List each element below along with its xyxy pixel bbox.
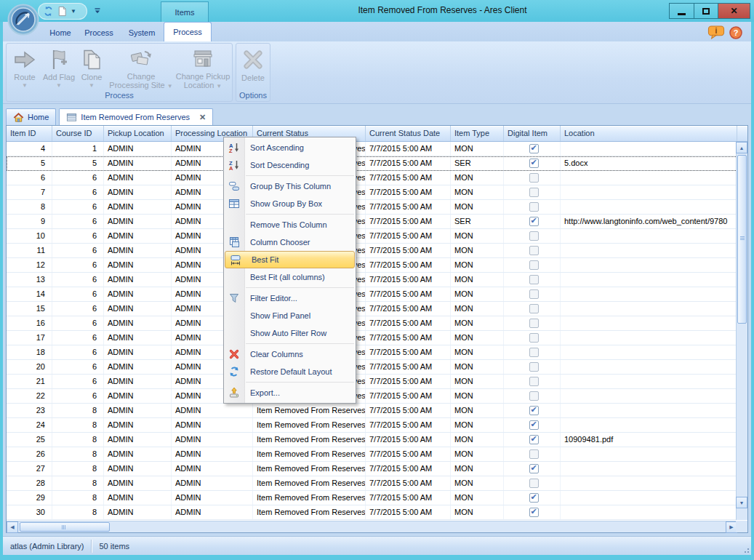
table-row-item-30[interactable]: 308ADMINADMINItem Removed From Reserves7… bbox=[7, 505, 737, 520]
table-row-item-20[interactable]: 206ADMINADMINItem Removed From Reserves7… bbox=[7, 360, 737, 375]
menu-item-best-fit-all-columns[interactable]: Best Fit (all columns) bbox=[224, 268, 356, 286]
column-header-current-status-date[interactable]: Current Status Date bbox=[366, 126, 451, 141]
menu-item-clear-columns[interactable]: Clear Columns bbox=[224, 345, 356, 363]
table-row-item-25[interactable]: 258ADMINADMINItem Removed From Reserves7… bbox=[7, 433, 737, 447]
table-row-item-26[interactable]: 268ADMINADMINItem Removed From Reserves7… bbox=[7, 447, 737, 462]
menu-item-sort-descending[interactable]: ZASort Descending bbox=[224, 156, 356, 174]
table-row-item-10[interactable]: 106ADMINADMINItem Removed From Reserves7… bbox=[7, 229, 737, 244]
new-item-icon[interactable] bbox=[57, 6, 68, 17]
table-row-item-8[interactable]: 86ADMINADMINItem Removed From Reserves7/… bbox=[7, 200, 737, 215]
resize-grip[interactable] bbox=[742, 545, 749, 553]
digital-item-checkbox[interactable] bbox=[529, 231, 539, 241]
digital-item-checkbox[interactable] bbox=[529, 435, 539, 444]
digital-item-checkbox[interactable] bbox=[529, 508, 539, 517]
table-row-item-14[interactable]: 146ADMINADMINItem Removed From Reserves7… bbox=[7, 287, 737, 302]
digital-item-checkbox[interactable] bbox=[529, 319, 539, 328]
doc-tab-home[interactable]: Home bbox=[6, 108, 56, 125]
menu-item-remove-this-column[interactable]: Remove This Column bbox=[224, 216, 356, 233]
table-row-item-5[interactable]: 55ADMINADMINItem Removed From Reserves7/… bbox=[7, 156, 737, 171]
digital-item-checkbox[interactable] bbox=[529, 449, 539, 459]
maximize-button[interactable] bbox=[694, 4, 718, 18]
digital-item-checkbox[interactable] bbox=[529, 304, 539, 313]
digital-item-checkbox[interactable] bbox=[529, 188, 539, 197]
digital-item-checkbox[interactable] bbox=[529, 275, 539, 284]
digital-item-checkbox[interactable] bbox=[529, 217, 539, 226]
digital-item-checkbox[interactable] bbox=[529, 348, 539, 357]
column-header-item-type[interactable]: Item Type bbox=[451, 126, 504, 141]
column-header-digital-item[interactable]: Digital Item bbox=[504, 126, 561, 141]
digital-item-checkbox[interactable] bbox=[529, 202, 539, 212]
column-header-item-id[interactable]: Item ID bbox=[7, 126, 52, 141]
ribbon-tab-process-contextual[interactable]: Process bbox=[164, 22, 212, 41]
horizontal-scrollbar[interactable]: ◀ ▶ bbox=[7, 521, 737, 532]
table-row-item-6[interactable]: 66ADMINADMINItem Removed From Reserves7/… bbox=[7, 171, 737, 185]
table-row-item-12[interactable]: 126ADMINADMINItem Removed From Reserves7… bbox=[7, 258, 737, 273]
scroll-left-button[interactable]: ◀ bbox=[7, 521, 18, 533]
feedback-icon[interactable]: i bbox=[707, 25, 725, 42]
column-header-pickup-location[interactable]: Pickup Location bbox=[104, 126, 172, 141]
menu-item-filter-editor[interactable]: Filter Editor... bbox=[224, 289, 356, 307]
route-button[interactable]: Route ▼ bbox=[8, 45, 41, 89]
close-button[interactable]: ✕ bbox=[718, 4, 750, 18]
table-row-item-9[interactable]: 96ADMINADMINItem Removed From Reserves7/… bbox=[7, 215, 737, 229]
horizontal-scrollbar-thumb[interactable] bbox=[20, 522, 110, 532]
table-row-item-23[interactable]: 238ADMINADMINItem Removed From Reserves7… bbox=[7, 404, 737, 418]
delete-button[interactable]: Delete bbox=[238, 45, 268, 89]
digital-item-checkbox[interactable] bbox=[529, 159, 539, 168]
tab-close-icon[interactable]: ✕ bbox=[199, 113, 206, 122]
digital-item-checkbox[interactable] bbox=[529, 333, 539, 343]
doc-tab-item-removed-from-reserves[interactable]: Item Removed From Reserves ✕ bbox=[59, 108, 213, 125]
digital-item-checkbox[interactable] bbox=[529, 289, 539, 299]
table-row-item-27[interactable]: 278ADMINADMINItem Removed From Reserves7… bbox=[7, 462, 737, 476]
menu-item-sort-ascending[interactable]: AZSort Ascending bbox=[224, 139, 356, 156]
vertical-scrollbar[interactable]: ▲ ▼ bbox=[736, 142, 747, 520]
table-row-item-17[interactable]: 176ADMINADMINItem Removed From Reserves7… bbox=[7, 331, 737, 345]
sync-icon[interactable] bbox=[43, 6, 54, 17]
scroll-up-button[interactable]: ▲ bbox=[736, 142, 747, 153]
vertical-scrollbar-thumb[interactable] bbox=[737, 155, 747, 324]
menu-item-best-fit[interactable]: Best Fit bbox=[225, 251, 355, 268]
menu-item-column-chooser[interactable]: Column Chooser bbox=[224, 233, 356, 251]
table-row-item-21[interactable]: 216ADMINADMINItem Removed From Reserves7… bbox=[7, 375, 737, 389]
menu-item-show-find-panel[interactable]: Show Find Panel bbox=[224, 307, 356, 324]
help-icon[interactable]: ? bbox=[729, 26, 742, 42]
new-item-dropdown-icon[interactable]: ▼ bbox=[71, 8, 76, 15]
digital-item-checkbox[interactable] bbox=[529, 260, 539, 270]
digital-item-checkbox[interactable] bbox=[529, 420, 539, 430]
change-pickup-location-button[interactable]: Change Pickup Location▼ bbox=[175, 45, 230, 89]
digital-item-checkbox[interactable] bbox=[529, 362, 539, 372]
digital-item-checkbox[interactable] bbox=[529, 464, 539, 473]
table-row-item-18[interactable]: 186ADMINADMINItem Removed From Reserves7… bbox=[7, 345, 737, 360]
digital-item-checkbox[interactable] bbox=[529, 377, 539, 386]
digital-item-checkbox[interactable] bbox=[529, 173, 539, 183]
change-processing-site-button[interactable]: Change Processing Site▼ bbox=[107, 45, 175, 89]
ribbon-tab-system[interactable]: System bbox=[120, 24, 164, 41]
digital-item-checkbox[interactable] bbox=[529, 144, 539, 153]
add-flag-button[interactable]: Add Flag ▼ bbox=[41, 45, 76, 89]
minimize-button[interactable] bbox=[670, 4, 694, 18]
digital-item-checkbox[interactable] bbox=[529, 406, 539, 415]
table-row-item-24[interactable]: 248ADMINADMINItem Removed From Reserves7… bbox=[7, 418, 737, 433]
ribbon-tab-home[interactable]: Home bbox=[43, 24, 78, 41]
menu-item-restore-default-layout[interactable]: Restore Default Layout bbox=[224, 363, 356, 380]
column-header-location[interactable]: Location bbox=[561, 126, 737, 141]
menu-item-show-group-by-box[interactable]: Show Group By Box bbox=[224, 195, 356, 212]
menu-item-group-by-this-column[interactable]: Group By This Column bbox=[224, 177, 356, 195]
table-row-item-22[interactable]: 226ADMINADMINItem Removed From Reserves7… bbox=[7, 389, 737, 404]
table-row-item-11[interactable]: 116ADMINADMINItem Removed From Reserves7… bbox=[7, 244, 737, 258]
scroll-down-button[interactable]: ▼ bbox=[736, 497, 747, 508]
ribbon-tab-process[interactable]: Process bbox=[78, 24, 120, 41]
application-menu-button[interactable] bbox=[7, 4, 39, 36]
column-header-course-id[interactable]: Course ID bbox=[52, 126, 104, 141]
digital-item-checkbox[interactable] bbox=[529, 479, 539, 488]
table-row-item-15[interactable]: 156ADMINADMINItem Removed From Reserves7… bbox=[7, 302, 737, 316]
table-row-item-28[interactable]: 288ADMINADMINItem Removed From Reserves7… bbox=[7, 476, 737, 491]
customize-quick-access-icon[interactable] bbox=[93, 5, 102, 18]
menu-item-export[interactable]: Export... bbox=[224, 384, 356, 401]
digital-item-checkbox[interactable] bbox=[529, 246, 539, 255]
digital-item-checkbox[interactable] bbox=[529, 493, 539, 503]
table-row-item-7[interactable]: 76ADMINADMINItem Removed From Reserves7/… bbox=[7, 185, 737, 200]
clone-button[interactable]: Clone ▼ bbox=[76, 45, 107, 89]
table-row-item-13[interactable]: 136ADMINADMINItem Removed From Reserves7… bbox=[7, 273, 737, 287]
table-row-item-29[interactable]: 298ADMINADMINItem Removed From Reserves7… bbox=[7, 491, 737, 505]
